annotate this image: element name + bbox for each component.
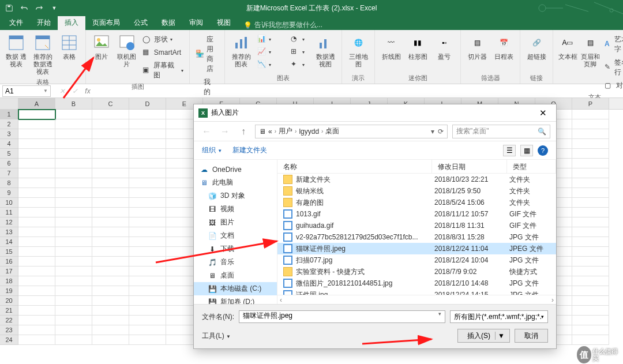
- signature-button[interactable]: ✎签名行: [602, 57, 623, 78]
- cell[interactable]: [572, 139, 609, 149]
- chart-type-5[interactable]: ⊞▾: [288, 46, 312, 58]
- tab-file[interactable]: 文件: [2, 16, 30, 30]
- sparkline-line-button[interactable]: 〰折线图: [378, 32, 404, 62]
- cell[interactable]: [18, 110, 55, 119]
- file-row[interactable]: 新建文件夹2018/10/23 22:21文件夹: [277, 174, 556, 185]
- cell[interactable]: [18, 188, 55, 198]
- file-row[interactable]: 1013.gif2018/11/12 10:57GIF 文件: [277, 208, 556, 220]
- hyperlink-button[interactable]: 🔗超链接: [524, 32, 549, 62]
- cell[interactable]: [129, 267, 166, 276]
- cell[interactable]: [129, 168, 166, 178]
- row-header[interactable]: 9: [0, 188, 18, 198]
- row-header[interactable]: 10: [0, 198, 18, 208]
- object-button[interactable]: ▢对象: [602, 80, 623, 92]
- cell[interactable]: [572, 247, 609, 257]
- row-header[interactable]: 17: [0, 267, 18, 276]
- cell[interactable]: [572, 296, 609, 306]
- cell[interactable]: [129, 208, 166, 217]
- cell[interactable]: [129, 149, 166, 159]
- column-header[interactable]: B: [55, 98, 92, 109]
- cell[interactable]: [55, 217, 92, 227]
- tree-item[interactable]: ⬇下载: [194, 242, 277, 256]
- cell[interactable]: [129, 325, 166, 335]
- cell[interactable]: [55, 237, 92, 247]
- cell[interactable]: [18, 335, 55, 345]
- insert-button[interactable]: 插入(S)▼: [457, 329, 510, 343]
- cell[interactable]: [55, 110, 92, 119]
- row-header[interactable]: 14: [0, 237, 18, 247]
- cell[interactable]: [18, 267, 55, 276]
- app-store-button[interactable]: 🏪应用商店: [193, 33, 221, 75]
- row-header[interactable]: 21: [0, 306, 18, 316]
- row-header[interactable]: 23: [0, 325, 18, 335]
- tree-item[interactable]: 🧊3D 对象: [194, 189, 277, 202]
- cell[interactable]: [129, 129, 166, 139]
- cell[interactable]: [55, 198, 92, 208]
- row-header[interactable]: 11: [0, 208, 18, 217]
- file-row[interactable]: 微信图片_20181210144851.jpg2018/12/10 14:48J…: [277, 277, 556, 289]
- cell[interactable]: [55, 178, 92, 188]
- cell[interactable]: [18, 316, 55, 325]
- row-header[interactable]: 20: [0, 296, 18, 306]
- chart-type-4[interactable]: ◔▾: [288, 33, 312, 45]
- cell[interactable]: [18, 306, 55, 316]
- picture-button[interactable]: 图片: [89, 32, 114, 62]
- tab-formulas[interactable]: 公式: [127, 16, 155, 30]
- cell[interactable]: [129, 335, 166, 345]
- cell[interactable]: [18, 296, 55, 306]
- column-header[interactable]: P: [572, 98, 609, 109]
- recommended-pivot-button[interactable]: 推荐的 数据透视表: [30, 32, 55, 77]
- help-icon[interactable]: ?: [538, 145, 548, 156]
- cell[interactable]: [55, 188, 92, 198]
- cell[interactable]: [129, 237, 166, 247]
- cancel-button[interactable]: 取消: [515, 329, 548, 343]
- cell[interactable]: [92, 247, 129, 257]
- table-button[interactable]: 表格: [57, 32, 82, 62]
- file-row[interactable]: 扫描077.jpg2018/12/24 10:04JPG 文件: [277, 254, 556, 266]
- cell[interactable]: [572, 208, 609, 217]
- cell[interactable]: [92, 325, 129, 335]
- textbox-button[interactable]: A▭文本框: [557, 32, 578, 62]
- cell[interactable]: [55, 276, 92, 286]
- row-header[interactable]: 19: [0, 286, 18, 296]
- filter-dropdown[interactable]: 所有图片(*.emf;*.wmf;*.jpg;*.j▾: [450, 310, 548, 323]
- tab-data[interactable]: 数据: [155, 16, 182, 30]
- 3d-map-button[interactable]: 🌐三维地 图: [346, 32, 371, 69]
- cell[interactable]: [55, 316, 92, 325]
- cell[interactable]: [55, 159, 92, 168]
- chart-type-1[interactable]: 📊▾: [255, 33, 287, 45]
- cell[interactable]: [18, 168, 55, 178]
- screenshot-button[interactable]: ▣屏幕截图▾: [140, 59, 186, 81]
- cell[interactable]: [18, 119, 55, 129]
- cell[interactable]: [572, 217, 609, 227]
- cell[interactable]: [92, 296, 129, 306]
- row-header[interactable]: 2: [0, 119, 18, 129]
- redo-icon[interactable]: [33, 2, 45, 14]
- cell[interactable]: [572, 286, 609, 296]
- cell[interactable]: [92, 119, 129, 129]
- cell[interactable]: [92, 178, 129, 188]
- file-row[interactable]: 证件照.jpg2018/12/24 14:15JPG 文件: [277, 289, 556, 295]
- cell[interactable]: [92, 227, 129, 237]
- cell[interactable]: [18, 217, 55, 227]
- breadcrumb[interactable]: 🖥 «› 用户› lgyydd› 桌面 ▾⟳: [255, 125, 448, 138]
- cell[interactable]: [92, 217, 129, 227]
- row-header[interactable]: 13: [0, 227, 18, 237]
- file-row[interactable]: 有趣的图2018/5/24 15:06文件夹: [277, 197, 556, 208]
- cell[interactable]: [129, 306, 166, 316]
- sparkline-column-button[interactable]: ▮▮柱形图: [405, 32, 430, 62]
- cell[interactable]: [18, 227, 55, 237]
- row-header[interactable]: 16: [0, 257, 18, 267]
- tell-me[interactable]: 💡 告诉我您想要做什么...: [238, 20, 328, 30]
- cell[interactable]: [572, 316, 609, 325]
- cell[interactable]: [129, 159, 166, 168]
- nav-up-icon[interactable]: ↑: [237, 125, 250, 138]
- cell[interactable]: [129, 217, 166, 227]
- cell[interactable]: [572, 237, 609, 247]
- cell[interactable]: [18, 139, 55, 149]
- cell[interactable]: [18, 129, 55, 139]
- tree-item[interactable]: 💾新加卷 (D:): [194, 295, 277, 304]
- cell[interactable]: [92, 257, 129, 267]
- cell[interactable]: [92, 316, 129, 325]
- cell[interactable]: [572, 276, 609, 286]
